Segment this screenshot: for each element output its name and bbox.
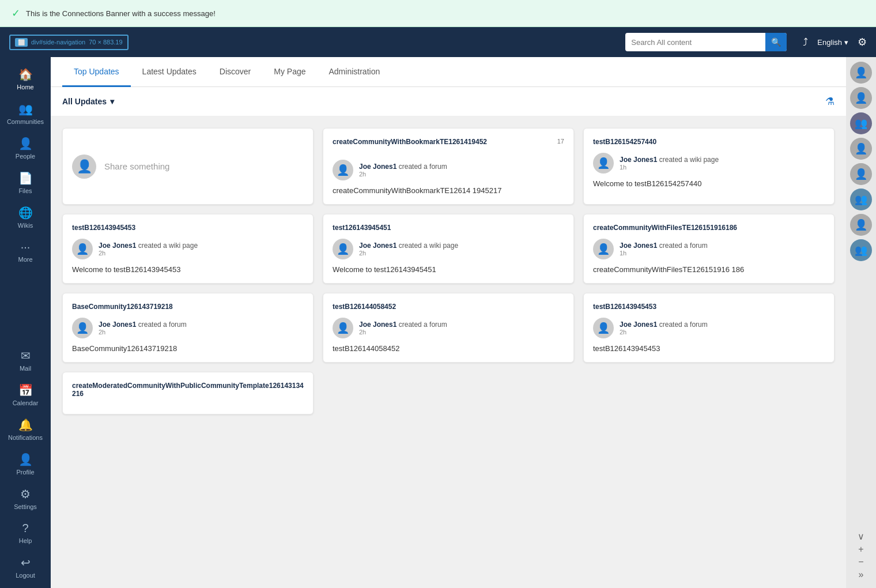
sidebar-item-help[interactable]: ? Help xyxy=(0,516,51,550)
community-name: testB126143945453 xyxy=(593,303,825,311)
filter-icon[interactable]: ⚗ xyxy=(825,95,835,108)
cards-grid: 👤 Share something createCommunityWithBoo… xyxy=(51,116,846,426)
search-button[interactable]: 🔍 xyxy=(765,33,787,51)
card-createmoderated: createModeratedCommunityWithPublicCommun… xyxy=(62,372,314,414)
community-name: testB126144058452 xyxy=(333,303,564,311)
sidebar-item-communities-label: Communities xyxy=(7,118,44,125)
dropdown-chevron-icon: ▾ xyxy=(110,97,114,106)
right-avatar-2[interactable]: 👤 xyxy=(850,87,872,109)
right-avatar-3[interactable]: 👥 xyxy=(850,112,872,134)
card-test126143945451: test126143945451 👤 Joe Jones1 created a … xyxy=(323,214,574,284)
tab-administration[interactable]: Administration xyxy=(318,57,392,87)
time-label: 2h xyxy=(359,250,458,257)
language-selector[interactable]: English ▾ xyxy=(817,38,848,47)
notifications-icon: 🔔 xyxy=(18,418,33,432)
sidebar-item-people-label: People xyxy=(16,153,35,160)
time-label: 1h xyxy=(620,164,719,171)
card-user-row: 👤 Joe Jones1 created a wiki page 2h xyxy=(333,239,564,259)
scroll-down-button[interactable]: ∨ xyxy=(858,531,864,542)
user-avatar: 👤 xyxy=(333,239,353,259)
share-placeholder: Share something xyxy=(104,161,169,171)
community-name: BaseCommunity126143719218 xyxy=(72,303,304,311)
tab-latest-updates[interactable]: Latest Updates xyxy=(131,57,208,87)
tab-top-updates[interactable]: Top Updates xyxy=(62,57,131,87)
right-avatar-6[interactable]: 👥 xyxy=(850,189,872,210)
sidebar-item-mail[interactable]: ✉ Mail xyxy=(0,343,51,378)
sidebar-item-settings[interactable]: ⚙ Settings xyxy=(0,481,51,516)
search-input[interactable] xyxy=(625,38,765,47)
card-body: testB126143945453 xyxy=(593,344,825,353)
time-label: 1h xyxy=(620,250,708,257)
files-icon: 📄 xyxy=(18,171,33,185)
right-avatar-4[interactable]: 👤 xyxy=(850,138,872,160)
time-label: 2h xyxy=(359,171,447,178)
wikis-icon: 🌐 xyxy=(18,206,33,220)
sidebar-item-profile-label: Profile xyxy=(16,469,34,476)
user-avatar: 👤 xyxy=(593,239,614,259)
right-avatar-7[interactable]: 👤 xyxy=(850,214,872,236)
community-count: 17 xyxy=(557,138,564,145)
sidebar-item-calendar-label: Calendar xyxy=(13,399,39,406)
mail-icon: ✉ xyxy=(21,349,31,363)
card-body: Welcome to testB126143945453 xyxy=(72,265,304,274)
time-label: 2h xyxy=(99,250,198,257)
time-label: 2h xyxy=(359,329,447,336)
right-avatar-1[interactable]: 👤 xyxy=(850,62,872,84)
sidebar-item-help-label: Help xyxy=(19,537,32,544)
zoom-in-button[interactable]: + xyxy=(858,544,863,555)
sidebar-item-logout-label: Logout xyxy=(16,572,35,579)
card-user-row: 👤 Joe Jones1 created a forum 2h xyxy=(333,160,564,180)
sidebar-settings-icon: ⚙ xyxy=(20,487,31,501)
card-body: testB126144058452 xyxy=(333,344,564,353)
sidebar-item-more-label: More xyxy=(18,256,32,263)
topbar-actions: ⤴ English ▾ ⚙ xyxy=(803,36,867,48)
card-createcommunity-files: createCommunityWithFilesTE126151916186 👤… xyxy=(583,214,835,284)
right-avatar-8[interactable]: 👥 xyxy=(850,239,872,261)
tab-my-page[interactable]: My Page xyxy=(262,57,317,87)
share-button[interactable]: ⤴ xyxy=(803,36,808,48)
community-name: test126143945451 xyxy=(333,224,564,232)
sidebar-item-wikis[interactable]: 🌐 Wikis xyxy=(0,200,51,235)
sidebar-item-people[interactable]: 👤 People xyxy=(0,131,51,165)
sidebar-item-notifications[interactable]: 🔔 Notifications xyxy=(0,412,51,447)
tab-bar: Top Updates Latest Updates Discover My P… xyxy=(51,57,846,87)
logout-icon: ↩ xyxy=(21,556,31,570)
right-sidebar: 👤 👤 👥 👤 👤 👥 👤 👥 ∨ + − » xyxy=(846,57,876,588)
sidebar-item-logout[interactable]: ↩ Logout xyxy=(0,550,51,585)
sidebar-item-communities[interactable]: 👥 Communities xyxy=(0,96,51,131)
sidebar-item-wikis-label: Wikis xyxy=(18,222,33,229)
zoom-out-button[interactable]: − xyxy=(858,557,863,567)
topbar: ⬜ div#side-navigation 70 × 883.19 🔍 ⤴ En… xyxy=(0,27,876,57)
sidebar-item-home-label: Home xyxy=(17,84,33,91)
sidebar-item-calendar[interactable]: 📅 Calendar xyxy=(0,378,51,412)
success-banner: ✓ This is the Connections Banner with a … xyxy=(0,0,876,27)
community-name: createCommunityWithFilesTE126151916186 xyxy=(593,224,825,232)
sidebar-item-home[interactable]: 🏠 Home xyxy=(0,62,51,96)
community-name: createModeratedCommunityWithPublicCommun… xyxy=(72,382,304,398)
sidebar-item-profile[interactable]: 👤 Profile xyxy=(0,447,51,481)
success-icon: ✓ xyxy=(12,7,20,20)
expand-button[interactable]: » xyxy=(859,570,864,580)
card-user-row: 👤 Joe Jones1 created a wiki page 2h xyxy=(72,239,304,259)
share-card[interactable]: 👤 Share something xyxy=(62,128,314,205)
card-user-row: 👤 Joe Jones1 created a forum 2h xyxy=(72,318,304,338)
card-user-row: 👤 Joe Jones1 created a forum 2h xyxy=(333,318,564,338)
tab-discover[interactable]: Discover xyxy=(208,57,262,87)
settings-button[interactable]: ⚙ xyxy=(858,36,867,48)
communities-icon: 👥 xyxy=(18,102,33,116)
sidebar-item-more[interactable]: ··· More xyxy=(0,235,51,269)
sidebar-item-files[interactable]: 📄 Files xyxy=(0,165,51,200)
people-icon: 👤 xyxy=(18,137,33,150)
card-testb126154257440: testB126154257440 👤 Joe Jones1 created a… xyxy=(583,128,835,205)
user-avatar: 👤 xyxy=(72,318,93,338)
time-label: 2h xyxy=(620,329,708,336)
main-layout: 🏠 Home 👥 Communities 👤 People 📄 Files 🌐 … xyxy=(0,57,876,588)
card-testb126144058452: testB126144058452 👤 Joe Jones1 created a… xyxy=(323,293,574,363)
all-updates-dropdown[interactable]: All Updates ▾ xyxy=(62,97,114,106)
content-area: All Updates ▾ ⚗ 👤 Share something create… xyxy=(51,87,846,588)
card-body: createCommunityWithBookmarkTE12614 19452… xyxy=(333,186,564,195)
right-avatar-5[interactable]: 👤 xyxy=(850,163,872,185)
community-name: createCommunityWithBookmarkTE1261419452 xyxy=(333,138,487,146)
card-body: Welcome to test126143945451 xyxy=(333,265,564,274)
user-avatar: 👤 xyxy=(72,239,93,259)
